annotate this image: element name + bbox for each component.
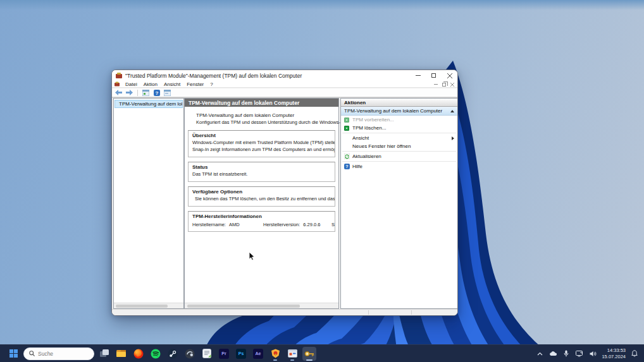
security-app-button[interactable] bbox=[268, 347, 282, 361]
menu-datei[interactable]: Datei bbox=[122, 81, 140, 88]
back-button[interactable] bbox=[115, 89, 123, 97]
task-view-icon bbox=[100, 349, 109, 358]
premiere-pro-icon: Pr bbox=[219, 349, 229, 359]
spotify-icon bbox=[151, 349, 161, 359]
firefox-button[interactable] bbox=[132, 347, 146, 361]
after-effects-icon: Ae bbox=[253, 349, 263, 359]
vendor-version-value: 6.29.0.6 bbox=[303, 222, 320, 227]
console-tree-button[interactable] bbox=[142, 89, 150, 97]
results-scrollbar-thumb[interactable] bbox=[187, 305, 300, 308]
taskbar-clock[interactable]: 14:33:53 15.07.2024 bbox=[602, 347, 626, 359]
start-button[interactable] bbox=[6, 347, 20, 361]
tree-scrollbar-thumb[interactable] bbox=[116, 305, 168, 308]
steam-icon bbox=[168, 349, 178, 359]
show-hide-icon bbox=[164, 90, 171, 96]
vendor-version-label: Herstellerversion: bbox=[263, 222, 300, 227]
refresh-icon bbox=[344, 154, 350, 159]
child-minimize-button[interactable] bbox=[434, 84, 438, 85]
tpm-clear-icon bbox=[344, 126, 349, 131]
menu-ansicht[interactable]: Ansicht bbox=[161, 81, 183, 88]
search-box[interactable] bbox=[23, 347, 94, 360]
after-effects-button[interactable]: Ae bbox=[251, 347, 265, 361]
mouse-cursor bbox=[249, 251, 256, 262]
maximize-button[interactable] bbox=[426, 70, 442, 81]
minimize-button[interactable] bbox=[410, 70, 426, 81]
section-overview-title: Übersicht bbox=[189, 131, 335, 140]
action-label: Aktualisieren bbox=[352, 154, 454, 159]
action-ansicht[interactable]: Ansicht bbox=[341, 134, 457, 142]
windows-logo-icon bbox=[9, 349, 18, 358]
app-window-button[interactable] bbox=[285, 347, 299, 361]
display-icon bbox=[576, 351, 583, 357]
actions-group-title: TPM-Verwaltung auf dem lokalen Computer bbox=[344, 108, 450, 114]
notes-app-button[interactable] bbox=[200, 347, 214, 361]
steam-button[interactable] bbox=[166, 347, 180, 361]
task-view-button[interactable] bbox=[97, 347, 111, 361]
menu-hilfe[interactable]: ? bbox=[207, 81, 216, 88]
close-button[interactable] bbox=[442, 70, 457, 81]
tree-item-label: TPM-Verwaltung auf dem lokalen C bbox=[119, 101, 183, 107]
statusbar-divider bbox=[411, 310, 412, 315]
action-label: TPM löschen... bbox=[352, 125, 454, 131]
menu-fenster[interactable]: Fenster bbox=[183, 81, 207, 88]
maximize-icon bbox=[431, 73, 436, 78]
search-icon bbox=[29, 351, 35, 356]
collapse-icon[interactable] bbox=[450, 110, 454, 112]
actions-pane-header: Aktionen bbox=[341, 99, 457, 107]
spotify-button[interactable] bbox=[149, 347, 163, 361]
forward-arrow-icon bbox=[126, 90, 133, 95]
actions-separator bbox=[342, 133, 456, 133]
results-horizontal-scrollbar[interactable] bbox=[185, 303, 338, 308]
volume-tray-button[interactable] bbox=[588, 349, 597, 359]
section-overview-body: Windows-Computer mit einem Trusted Platf… bbox=[189, 140, 335, 157]
photoshop-button[interactable]: Ps bbox=[234, 347, 248, 361]
notifications-button[interactable] bbox=[630, 349, 639, 359]
premiere-pro-button[interactable]: Pr bbox=[217, 347, 231, 361]
menu-aktion[interactable]: Aktion bbox=[140, 81, 161, 88]
action-tpm-prepare[interactable]: TPM vorbereiten... bbox=[341, 116, 457, 124]
help-icon: ? bbox=[344, 164, 350, 169]
vendor-info-row: Herstellername: AMD Herstellerversion: 6… bbox=[189, 220, 335, 231]
app-window-icon bbox=[288, 349, 297, 358]
window-title: "Trusted Platform Module"-Management (TP… bbox=[125, 73, 302, 79]
tree-horizontal-scrollbar[interactable] bbox=[114, 303, 183, 308]
section-overview: Übersicht Windows-Computer mit einem Tru… bbox=[188, 130, 335, 157]
forward-button[interactable] bbox=[125, 89, 133, 97]
microphone-tray-button[interactable] bbox=[562, 349, 571, 359]
tree-item-tpm[interactable]: TPM-Verwaltung auf dem lokalen C bbox=[115, 100, 183, 108]
notes-app-icon bbox=[202, 349, 211, 358]
svg-text:?: ? bbox=[155, 90, 158, 96]
help-toolbar-button[interactable]: ? bbox=[152, 89, 161, 97]
onedrive-tray-button[interactable] bbox=[548, 349, 557, 359]
child-close-button[interactable] bbox=[450, 83, 454, 87]
actions-separator bbox=[342, 151, 456, 152]
action-refresh[interactable]: Aktualisieren bbox=[341, 152, 457, 160]
firefox-icon bbox=[133, 349, 144, 359]
close-icon bbox=[447, 73, 452, 78]
statusbar-divider bbox=[368, 310, 369, 315]
svg-text:?: ? bbox=[345, 164, 348, 169]
actions-group-header[interactable]: TPM-Verwaltung auf dem lokalen Computer bbox=[341, 107, 457, 116]
child-restore-button[interactable] bbox=[442, 83, 446, 87]
clock-date: 15.07.2024 bbox=[602, 354, 626, 359]
action-label: TPM vorbereiten... bbox=[352, 117, 454, 123]
tray-overflow-button[interactable] bbox=[535, 349, 544, 359]
section-options-body: Sie können das TPM löschen, um den Besit… bbox=[189, 196, 335, 206]
photoshop-icon: Ps bbox=[236, 349, 246, 359]
toolbar-separator bbox=[137, 90, 138, 96]
submenu-arrow-icon bbox=[452, 136, 454, 140]
search-input[interactable] bbox=[38, 351, 82, 357]
action-tpm-clear[interactable]: TPM löschen... bbox=[341, 124, 457, 132]
network-tray-button[interactable] bbox=[575, 349, 584, 359]
file-explorer-button[interactable] bbox=[115, 347, 128, 361]
vendor-name-value: AMD bbox=[229, 222, 240, 227]
vendor-name-label: Herstellername: bbox=[192, 222, 226, 227]
action-help[interactable]: ? Hilfe bbox=[341, 162, 457, 171]
speaker-icon bbox=[590, 351, 597, 357]
tpm-console-button[interactable] bbox=[302, 347, 316, 361]
show-hide-button[interactable] bbox=[163, 89, 171, 97]
section-options-title: Verfügbare Optionen bbox=[189, 187, 335, 196]
window-titlebar[interactable]: "Trusted Platform Module"-Management (TP… bbox=[112, 70, 457, 81]
action-new-window[interactable]: Neues Fenster hier öffnen bbox=[341, 142, 457, 150]
dark-circle-app-button[interactable] bbox=[183, 347, 197, 361]
